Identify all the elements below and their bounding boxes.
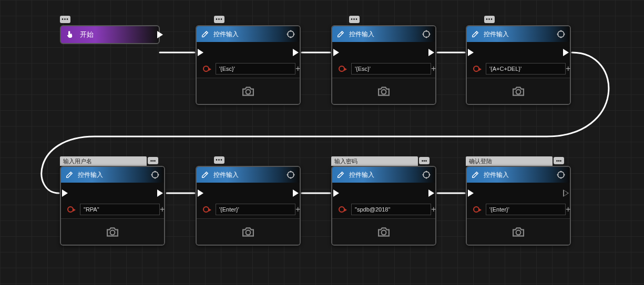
control-input-node[interactable]: 控件输入 + [60, 166, 165, 246]
node-tag-label[interactable]: 输入密码 ••• [331, 156, 418, 166]
control-input-node[interactable]: 控件输入 + [466, 166, 571, 246]
data-in-port[interactable] [203, 66, 209, 72]
node-menu-dots[interactable]: ••• [214, 156, 224, 164]
node-header: 控件输入 [332, 167, 435, 183]
exec-out-port[interactable] [293, 49, 299, 56]
node-menu-dots[interactable]: ••• [148, 157, 158, 164]
target-icon[interactable] [286, 29, 295, 39]
tag-text: 输入用户名 [63, 157, 92, 165]
add-param-button[interactable]: + [160, 205, 165, 214]
screenshot-area[interactable] [467, 218, 570, 245]
control-input-node[interactable]: 控件输入 + [466, 25, 571, 105]
target-icon[interactable] [422, 29, 431, 39]
edit-icon [336, 171, 345, 179]
screenshot-area[interactable] [332, 218, 435, 245]
target-icon[interactable] [286, 170, 295, 180]
node-menu-dots[interactable]: ••• [554, 157, 564, 164]
camera-icon [511, 86, 526, 97]
data-in-port[interactable] [339, 206, 345, 213]
edit-icon [471, 171, 479, 179]
param-input[interactable] [486, 63, 566, 75]
node-menu-dots[interactable]: ••• [60, 16, 70, 23]
svg-point-23 [516, 89, 521, 94]
exec-out-port[interactable] [293, 189, 299, 197]
exec-in-port[interactable] [333, 49, 339, 56]
data-in-port[interactable] [473, 206, 479, 213]
exec-out-port[interactable] [157, 31, 163, 38]
control-input-node[interactable]: 控件输入 + [331, 166, 436, 246]
node-menu-dots[interactable]: ••• [349, 16, 360, 23]
node-header: 控件输入 [467, 26, 570, 42]
tag-text: 确认登陆 [469, 157, 492, 165]
edit-icon [65, 171, 74, 179]
svg-point-24 [152, 172, 158, 178]
exec-in-port[interactable] [468, 189, 474, 197]
node-menu-dots[interactable]: ••• [419, 157, 430, 164]
exec-in-port[interactable] [198, 189, 203, 197]
add-param-button[interactable]: + [431, 64, 436, 73]
target-icon[interactable] [556, 29, 566, 39]
exec-out-port[interactable] [157, 189, 163, 197]
screenshot-area[interactable] [467, 78, 570, 104]
exec-out-port[interactable] [563, 189, 569, 197]
node-title: 控件输入 [349, 30, 422, 39]
node-tag-label[interactable]: 确认登陆 ••• [466, 156, 553, 166]
node-title: 控件输入 [484, 171, 556, 180]
data-in-port[interactable] [67, 206, 74, 213]
camera-icon [241, 86, 255, 97]
param-input[interactable] [80, 204, 160, 215]
svg-point-30 [288, 172, 294, 178]
exec-out-port[interactable] [428, 189, 434, 197]
add-param-button[interactable]: + [295, 205, 300, 214]
node-menu-dots[interactable]: ••• [214, 16, 224, 23]
svg-point-42 [558, 172, 564, 178]
param-input[interactable] [351, 63, 431, 75]
param-input[interactable] [216, 204, 295, 215]
exec-out-port[interactable] [428, 49, 434, 56]
node-header: 控件输入 [197, 167, 300, 183]
node-title: 控件输入 [78, 171, 150, 180]
screenshot-area[interactable] [61, 218, 164, 245]
control-input-node[interactable]: 控件输入 + [196, 166, 301, 246]
start-node[interactable]: 开始 [60, 25, 160, 44]
target-icon[interactable] [422, 170, 431, 180]
data-in-port[interactable] [473, 66, 479, 72]
exec-in-port[interactable] [198, 49, 203, 56]
tag-text: 输入密码 [334, 157, 357, 165]
camera-icon [241, 226, 255, 238]
control-input-node[interactable]: 控件输入 + [196, 25, 301, 105]
control-input-node[interactable]: 控件输入 + [331, 25, 436, 105]
camera-icon [376, 86, 391, 97]
exec-in-port[interactable] [62, 189, 68, 197]
screenshot-area[interactable] [197, 218, 300, 245]
screenshot-area[interactable] [332, 78, 435, 104]
svg-point-17 [382, 89, 386, 94]
exec-in-port[interactable] [333, 189, 339, 197]
exec-in-port[interactable] [468, 49, 474, 56]
add-param-button[interactable]: + [295, 64, 300, 73]
node-header: 控件输入 [61, 167, 164, 183]
screenshot-area[interactable] [197, 78, 300, 104]
target-icon[interactable] [150, 170, 160, 180]
node-menu-dots[interactable]: ••• [484, 16, 495, 23]
target-icon[interactable] [556, 170, 566, 180]
pointer-icon [66, 30, 75, 39]
exec-out-port[interactable] [563, 49, 569, 56]
svg-point-47 [516, 230, 521, 235]
svg-point-6 [288, 31, 294, 37]
param-input[interactable] [351, 204, 431, 215]
add-param-button[interactable]: + [566, 205, 570, 214]
camera-icon [376, 226, 391, 238]
add-param-button[interactable]: + [566, 64, 570, 73]
svg-point-36 [423, 172, 430, 178]
node-tag-label[interactable]: 输入用户名 ••• [60, 156, 147, 166]
node-title: 控件输入 [213, 30, 286, 39]
data-in-port[interactable] [339, 66, 345, 72]
param-input[interactable] [486, 204, 566, 215]
data-in-port[interactable] [203, 206, 209, 213]
start-label: 开始 [80, 30, 94, 39]
edit-icon [336, 30, 345, 38]
add-param-button[interactable]: + [431, 205, 436, 214]
edit-icon [201, 30, 209, 38]
param-input[interactable] [216, 63, 295, 75]
